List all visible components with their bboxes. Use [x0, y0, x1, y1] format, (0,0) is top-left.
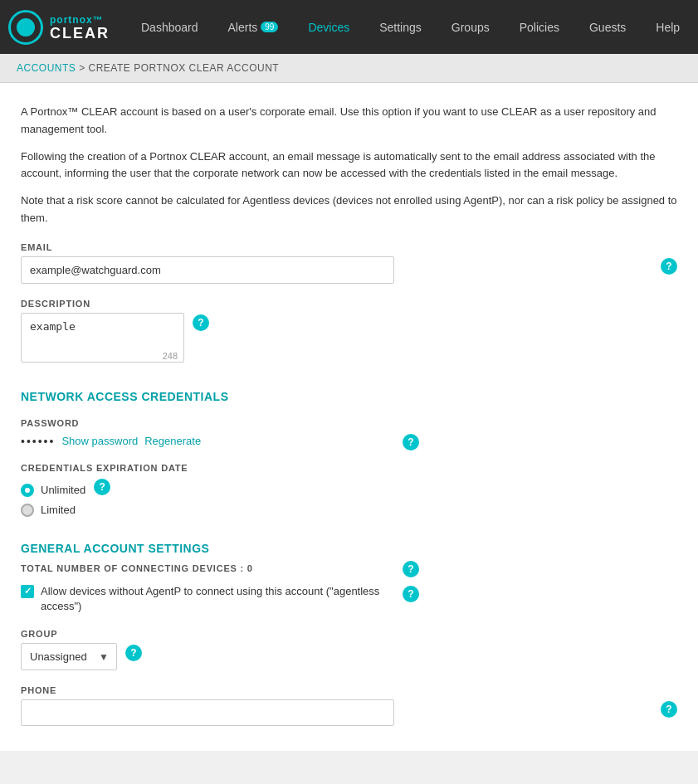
logo-text: portnox™ CLEAR	[50, 14, 110, 41]
description-para2: Following the creation of a Portnox CLEA…	[21, 149, 677, 183]
unlimited-radio-row: Unlimited	[21, 484, 85, 497]
phone-label: PHONE	[21, 685, 677, 695]
nav-guests[interactable]: Guests	[574, 0, 641, 54]
email-field-wrap	[21, 256, 652, 284]
regenerate-link[interactable]: Regenerate	[144, 435, 201, 447]
nav-settings[interactable]: Settings	[364, 0, 437, 54]
agentless-label: Allow devices without AgentP to connect …	[41, 584, 394, 614]
description-para1: A Portnox™ CLEAR account is based on a u…	[21, 104, 677, 139]
logo-portnox: portnox™	[50, 14, 110, 26]
total-devices-row: TOTAL NUMBER OF CONNECTING DEVICES : 0 ?	[21, 559, 677, 577]
logo-circle-inner	[17, 18, 35, 37]
nav-groups[interactable]: Groups	[437, 0, 505, 54]
nav-devices[interactable]: Devices	[293, 0, 364, 54]
nav-help[interactable]: Help	[641, 0, 695, 54]
alerts-badge: 99	[261, 22, 278, 32]
agentless-checkbox[interactable]	[21, 585, 34, 598]
general-section-header: GENERAL ACCOUNT SETTINGS	[21, 542, 677, 555]
password-label: PASSWORD	[21, 418, 677, 428]
expiration-options: Unlimited Limited	[21, 477, 85, 517]
phone-help-icon[interactable]: ?	[661, 701, 677, 718]
total-devices-help-icon[interactable]: ?	[403, 561, 419, 577]
limited-label: Limited	[41, 504, 76, 516]
group-field-row: Unassigned ▼ ?	[21, 643, 677, 670]
network-section-header: NETWORK ACCESS CREDENTIALS	[21, 390, 677, 403]
phone-input[interactable]	[21, 699, 394, 726]
phone-field-wrap	[21, 699, 652, 726]
credentials-expiration-row: Unlimited Limited ?	[21, 477, 677, 517]
group-section: GROUP Unassigned ▼ ?	[21, 629, 677, 670]
main-content: A Portnox™ CLEAR account is based on a u…	[0, 83, 698, 751]
total-devices-content: TOTAL NUMBER OF CONNECTING DEVICES : 0	[21, 562, 394, 574]
password-help-icon[interactable]: ?	[403, 434, 419, 450]
agentless-content: Allow devices without AgentP to connect …	[21, 584, 394, 614]
agentless-help-icon[interactable]: ?	[403, 586, 419, 602]
description-textarea-wrap: example 248	[21, 313, 184, 365]
description-para3: Note that a risk score cannot be calcula…	[21, 192, 677, 227]
breadcrumb-separator: >	[79, 62, 88, 74]
limited-radio-row: Limited	[21, 504, 85, 517]
description-textarea[interactable]: example	[21, 313, 184, 363]
password-dots: ••••••	[21, 435, 55, 448]
breadcrumb-parent[interactable]: ACCOUNTS	[17, 62, 76, 74]
unlimited-label: Unlimited	[41, 484, 85, 496]
description-label: DESCRIPTION	[21, 299, 677, 309]
unlimited-radio[interactable]	[21, 484, 34, 497]
group-select[interactable]: Unassigned	[21, 643, 117, 670]
password-content: •••••• Show password Regenerate	[21, 435, 394, 448]
nav-links: Dashboard Alerts 99 Devices Settings Gro…	[126, 0, 695, 54]
email-help-icon[interactable]: ?	[661, 258, 677, 275]
group-label: GROUP	[21, 629, 677, 639]
agentless-row: Allow devices without AgentP to connect …	[21, 584, 677, 614]
phone-field-row: ?	[21, 699, 677, 726]
description-field-row: example 248 ?	[21, 313, 677, 365]
group-dropdown-wrap: Unassigned ▼	[21, 643, 117, 670]
nav-policies[interactable]: Policies	[505, 0, 574, 54]
phone-section: PHONE ?	[21, 685, 677, 726]
logo[interactable]: portnox™ CLEAR	[8, 10, 110, 45]
description-section: DESCRIPTION example 248 ?	[21, 299, 677, 365]
email-field-row: ?	[21, 256, 677, 284]
email-section: EMAIL ?	[21, 242, 677, 284]
email-label: EMAIL	[21, 242, 677, 252]
logo-clear: CLEAR	[50, 26, 110, 41]
breadcrumb-current: CREATE PORTNOX CLEAR ACCOUNT	[89, 62, 280, 74]
breadcrumb: ACCOUNTS > CREATE PORTNOX CLEAR ACCOUNT	[17, 62, 681, 74]
show-password-link[interactable]: Show password	[61, 435, 138, 447]
logo-circle	[8, 10, 43, 45]
credentials-expiration-label: CREDENTIALS EXPIRATION DATE	[21, 463, 677, 473]
nav-alerts[interactable]: Alerts 99	[213, 0, 294, 54]
total-devices-label: TOTAL NUMBER OF CONNECTING DEVICES : 0	[21, 563, 253, 573]
password-row: •••••• Show password Regenerate ?	[21, 432, 677, 450]
navbar: portnox™ CLEAR Dashboard Alerts 99 Devic…	[0, 0, 698, 54]
expiration-help-icon[interactable]: ?	[94, 479, 110, 495]
email-input[interactable]	[21, 256, 394, 284]
description-help-icon[interactable]: ?	[193, 314, 209, 331]
group-help-icon[interactable]: ?	[125, 645, 142, 661]
limited-radio[interactable]	[21, 504, 34, 517]
description-char-count: 248	[163, 351, 178, 361]
nav-dashboard[interactable]: Dashboard	[126, 0, 213, 54]
breadcrumb-bar: ACCOUNTS > CREATE PORTNOX CLEAR ACCOUNT	[0, 54, 698, 83]
